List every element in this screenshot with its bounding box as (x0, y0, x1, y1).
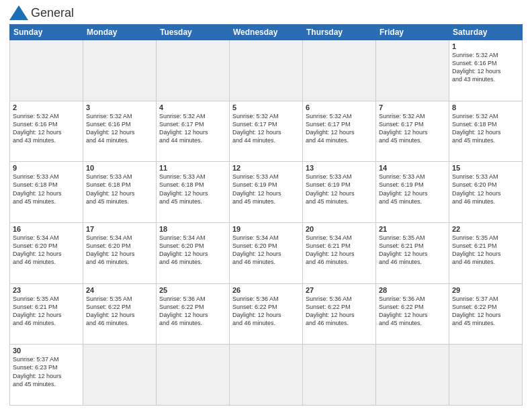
day-number: 27 (306, 286, 373, 294)
calendar-week-row: 30Sunrise: 5:37 AM Sunset: 6:23 PM Dayli… (10, 345, 523, 406)
col-header-friday: Friday (376, 25, 449, 40)
day-info: Sunrise: 5:32 AM Sunset: 6:17 PM Dayligh… (306, 112, 373, 145)
day-number: 7 (379, 103, 446, 111)
calendar-cell: 7Sunrise: 5:32 AM Sunset: 6:17 PM Daylig… (376, 101, 449, 162)
day-info: Sunrise: 5:36 AM Sunset: 6:22 PM Dayligh… (379, 295, 446, 328)
calendar-table: SundayMondayTuesdayWednesdayThursdayFrid… (9, 24, 523, 406)
day-number: 11 (159, 164, 226, 172)
day-info: Sunrise: 5:37 AM Sunset: 6:22 PM Dayligh… (452, 295, 519, 328)
day-number: 12 (232, 164, 300, 172)
day-number: 15 (452, 164, 519, 172)
calendar-cell (449, 345, 523, 406)
day-info: Sunrise: 5:35 AM Sunset: 6:21 PM Dayligh… (379, 234, 446, 267)
col-header-saturday: Saturday (449, 25, 523, 40)
day-number: 10 (86, 164, 153, 172)
calendar-cell (157, 345, 230, 406)
day-number: 29 (452, 286, 519, 294)
day-info: Sunrise: 5:33 AM Sunset: 6:18 PM Dayligh… (86, 173, 153, 205)
day-number: 4 (159, 103, 226, 111)
calendar-cell: 21Sunrise: 5:35 AM Sunset: 6:21 PM Dayli… (376, 222, 449, 283)
day-number: 30 (13, 347, 80, 355)
day-number: 2 (13, 103, 80, 111)
day-info: Sunrise: 5:33 AM Sunset: 6:19 PM Dayligh… (306, 173, 373, 205)
day-number: 16 (13, 225, 80, 233)
day-info: Sunrise: 5:36 AM Sunset: 6:22 PM Dayligh… (159, 295, 226, 328)
day-number: 25 (159, 286, 226, 294)
calendar-week-row: 2Sunrise: 5:32 AM Sunset: 6:16 PM Daylig… (10, 101, 523, 162)
calendar-cell: 9Sunrise: 5:33 AM Sunset: 6:18 PM Daylig… (10, 162, 83, 223)
day-info: Sunrise: 5:32 AM Sunset: 6:17 PM Dayligh… (232, 112, 300, 145)
day-info: Sunrise: 5:32 AM Sunset: 6:17 PM Dayligh… (159, 112, 226, 145)
day-number: 20 (306, 225, 373, 233)
day-info: Sunrise: 5:36 AM Sunset: 6:22 PM Dayligh… (232, 295, 300, 328)
calendar-week-row: 23Sunrise: 5:35 AM Sunset: 6:21 PM Dayli… (10, 283, 523, 345)
day-number: 24 (86, 286, 153, 294)
day-info: Sunrise: 5:32 AM Sunset: 6:16 PM Dayligh… (86, 112, 153, 145)
header: General (9, 7, 523, 20)
calendar-week-row: 1Sunrise: 5:32 AM Sunset: 6:16 PM Daylig… (10, 40, 523, 101)
calendar-week-row: 16Sunrise: 5:34 AM Sunset: 6:20 PM Dayli… (10, 222, 523, 283)
day-info: Sunrise: 5:34 AM Sunset: 6:20 PM Dayligh… (232, 234, 300, 267)
day-info: Sunrise: 5:35 AM Sunset: 6:22 PM Dayligh… (86, 295, 153, 328)
calendar-cell: 26Sunrise: 5:36 AM Sunset: 6:22 PM Dayli… (230, 283, 303, 345)
day-info: Sunrise: 5:35 AM Sunset: 6:21 PM Dayligh… (452, 234, 519, 267)
day-info: Sunrise: 5:33 AM Sunset: 6:18 PM Dayligh… (159, 173, 226, 205)
day-info: Sunrise: 5:32 AM Sunset: 6:17 PM Dayligh… (379, 112, 446, 145)
day-info: Sunrise: 5:32 AM Sunset: 6:16 PM Dayligh… (13, 112, 80, 145)
calendar-cell (157, 40, 230, 101)
calendar-cell (376, 345, 449, 406)
calendar-cell: 20Sunrise: 5:34 AM Sunset: 6:21 PM Dayli… (303, 222, 376, 283)
day-info: Sunrise: 5:32 AM Sunset: 6:18 PM Dayligh… (452, 112, 519, 145)
day-number: 21 (379, 225, 446, 233)
calendar-cell: 24Sunrise: 5:35 AM Sunset: 6:22 PM Dayli… (83, 283, 157, 345)
calendar-week-row: 9Sunrise: 5:33 AM Sunset: 6:18 PM Daylig… (10, 162, 523, 223)
calendar-cell: 23Sunrise: 5:35 AM Sunset: 6:21 PM Dayli… (10, 283, 83, 345)
day-info: Sunrise: 5:34 AM Sunset: 6:21 PM Dayligh… (306, 234, 373, 267)
logo: General (9, 7, 74, 20)
calendar-cell: 1Sunrise: 5:32 AM Sunset: 6:16 PM Daylig… (449, 40, 523, 101)
col-header-thursday: Thursday (303, 25, 376, 40)
calendar-cell: 13Sunrise: 5:33 AM Sunset: 6:19 PM Dayli… (303, 162, 376, 223)
calendar-cell (230, 40, 303, 101)
col-header-tuesday: Tuesday (157, 25, 230, 40)
logo-text: General (31, 7, 74, 20)
day-number: 14 (379, 164, 446, 172)
calendar-cell: 10Sunrise: 5:33 AM Sunset: 6:18 PM Dayli… (83, 162, 157, 223)
day-number: 22 (452, 225, 519, 233)
calendar-cell (10, 40, 83, 101)
col-header-monday: Monday (83, 25, 157, 40)
calendar-cell (83, 345, 157, 406)
day-info: Sunrise: 5:33 AM Sunset: 6:19 PM Dayligh… (232, 173, 300, 205)
day-info: Sunrise: 5:36 AM Sunset: 6:22 PM Dayligh… (306, 295, 373, 328)
calendar-cell: 25Sunrise: 5:36 AM Sunset: 6:22 PM Dayli… (157, 283, 230, 345)
calendar-cell (303, 40, 376, 101)
calendar-cell: 30Sunrise: 5:37 AM Sunset: 6:23 PM Dayli… (10, 345, 83, 406)
calendar-cell: 18Sunrise: 5:34 AM Sunset: 6:20 PM Dayli… (157, 222, 230, 283)
day-info: Sunrise: 5:33 AM Sunset: 6:18 PM Dayligh… (13, 173, 80, 205)
day-info: Sunrise: 5:33 AM Sunset: 6:19 PM Dayligh… (379, 173, 446, 205)
day-number: 5 (232, 103, 300, 111)
day-info: Sunrise: 5:34 AM Sunset: 6:20 PM Dayligh… (86, 234, 153, 267)
day-number: 6 (306, 103, 373, 111)
day-info: Sunrise: 5:33 AM Sunset: 6:20 PM Dayligh… (452, 173, 519, 205)
logo-icon (9, 7, 28, 20)
calendar-cell: 6Sunrise: 5:32 AM Sunset: 6:17 PM Daylig… (303, 101, 376, 162)
calendar-cell: 8Sunrise: 5:32 AM Sunset: 6:18 PM Daylig… (449, 101, 523, 162)
calendar-cell (83, 40, 157, 101)
day-number: 23 (13, 286, 80, 294)
calendar-cell: 11Sunrise: 5:33 AM Sunset: 6:18 PM Dayli… (157, 162, 230, 223)
calendar-cell: 27Sunrise: 5:36 AM Sunset: 6:22 PM Dayli… (303, 283, 376, 345)
calendar-cell: 4Sunrise: 5:32 AM Sunset: 6:17 PM Daylig… (157, 101, 230, 162)
calendar-cell: 19Sunrise: 5:34 AM Sunset: 6:20 PM Dayli… (230, 222, 303, 283)
calendar-cell (230, 345, 303, 406)
calendar-cell: 22Sunrise: 5:35 AM Sunset: 6:21 PM Dayli… (449, 222, 523, 283)
day-number: 19 (232, 225, 300, 233)
logo-triangle-icon (9, 5, 28, 20)
day-number: 18 (159, 225, 226, 233)
calendar-cell (376, 40, 449, 101)
day-info: Sunrise: 5:34 AM Sunset: 6:20 PM Dayligh… (159, 234, 226, 267)
calendar-cell: 12Sunrise: 5:33 AM Sunset: 6:19 PM Dayli… (230, 162, 303, 223)
calendar-cell: 16Sunrise: 5:34 AM Sunset: 6:20 PM Dayli… (10, 222, 83, 283)
calendar-cell: 2Sunrise: 5:32 AM Sunset: 6:16 PM Daylig… (10, 101, 83, 162)
day-info: Sunrise: 5:37 AM Sunset: 6:23 PM Dayligh… (13, 355, 80, 388)
